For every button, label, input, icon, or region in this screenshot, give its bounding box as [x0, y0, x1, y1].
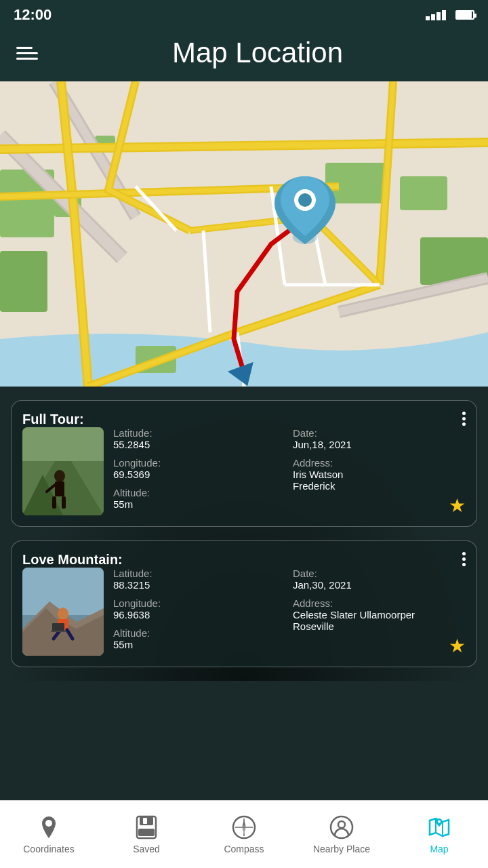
nav-item-saved[interactable]: Saved: [98, 810, 195, 860]
nav-item-nearby[interactable]: Nearby Place: [293, 810, 390, 860]
address-label-1: Address:: [293, 457, 466, 469]
card-left-col-2: Latitude: 88.3215 Longitude: 96.9638 Alt…: [113, 568, 286, 650]
svg-point-33: [45, 820, 52, 827]
svg-rect-31: [52, 623, 64, 631]
status-icons: [426, 10, 474, 20]
address-label-2: Address:: [293, 597, 466, 609]
address-line2-2: Roseville: [293, 620, 466, 632]
status-time: 12:00: [14, 6, 52, 24]
card-right-col-2: Date: Jan,30, 2021 Address: Celeste Slat…: [293, 568, 466, 650]
card-right-col-1: Date: Jun,18, 2021 Address: Iris Watson …: [293, 427, 466, 510]
svg-point-13: [298, 193, 312, 207]
date-value-1: Jun,18, 2021: [293, 439, 466, 450]
altitude-label-1: Altitude:: [113, 487, 286, 498]
address-line1-1: Iris Watson: [293, 469, 466, 480]
nav-item-coordinates[interactable]: Coordinates: [0, 810, 98, 860]
content-area: Full Tour:: [0, 387, 488, 681]
latitude-value-1: 55.2845: [113, 439, 286, 450]
address-line1-2: Celeste Slater Ullamoorper: [293, 609, 466, 620]
svg-rect-22: [62, 496, 66, 509]
card-title-1: Full Tour:: [22, 412, 84, 427]
date-value-2: Jan,30, 2021: [293, 579, 466, 591]
svg-point-44: [338, 821, 345, 828]
map-icon: [427, 815, 451, 840]
altitude-value-1: 55m: [113, 498, 286, 510]
nav-label-compass: Compass: [224, 844, 264, 854]
page-title: Map Location: [41, 37, 474, 69]
cards-container: Full Tour:: [11, 400, 477, 667]
card-more-icon-1[interactable]: [462, 412, 466, 426]
battery-icon: [455, 10, 474, 20]
svg-rect-32: [51, 631, 66, 632]
signal-icon: [426, 10, 446, 20]
hamburger-menu-icon[interactable]: [14, 44, 41, 62]
nav-label-saved: Saved: [133, 844, 160, 854]
card-body-1: Latitude: 55.2845 Longitude: 69.5369 Alt…: [22, 427, 466, 515]
card-info-2: Latitude: 88.3215 Longitude: 96.9638 Alt…: [113, 568, 466, 650]
address-line2-1: Frederick: [293, 480, 466, 492]
altitude-label-2: Altitude:: [113, 627, 286, 639]
svg-point-18: [54, 470, 65, 482]
svg-point-27: [58, 608, 68, 620]
nav-item-map[interactable]: Map: [390, 810, 488, 860]
card-more-icon-2[interactable]: [462, 552, 466, 566]
svg-rect-19: [55, 481, 64, 496]
bottom-nav: Coordinates Saved Compass Nearby Place: [0, 800, 488, 868]
location-pin-icon: [37, 815, 61, 840]
longitude-value-2: 96.9638: [113, 609, 286, 620]
nav-item-compass[interactable]: Compass: [195, 810, 293, 860]
nav-label-coordinates: Coordinates: [23, 844, 75, 854]
svg-rect-4: [400, 176, 447, 210]
location-card-1: Full Tour:: [11, 400, 477, 527]
date-label-2: Date:: [293, 568, 466, 579]
latitude-label-1: Latitude:: [113, 427, 286, 439]
longitude-label-2: Longitude:: [113, 597, 286, 609]
location-card-2: Love Mountain:: [11, 540, 477, 667]
nav-label-nearby: Nearby Place: [313, 844, 370, 854]
latitude-value-2: 88.3215: [113, 579, 286, 591]
svg-rect-37: [138, 829, 155, 836]
card-thumbnail-2: [22, 568, 104, 656]
longitude-label-1: Longitude:: [113, 457, 286, 469]
card-info-1: Latitude: 55.2845 Longitude: 69.5369 Alt…: [113, 427, 466, 510]
svg-rect-2: [0, 251, 47, 312]
date-label-1: Date:: [293, 427, 466, 439]
card-star-2[interactable]: ★: [449, 635, 466, 657]
map-view[interactable]: [0, 81, 488, 387]
svg-point-47: [438, 820, 441, 823]
save-icon: [134, 815, 159, 840]
svg-rect-17: [22, 427, 104, 461]
status-bar: 12:00: [0, 0, 488, 30]
nearby-icon: [329, 815, 354, 840]
card-body-2: Latitude: 88.3215 Longitude: 96.9638 Alt…: [22, 568, 466, 656]
svg-rect-36: [143, 818, 147, 824]
compass-icon: [232, 815, 256, 840]
card-thumbnail-1: [22, 427, 104, 515]
svg-rect-21: [52, 496, 56, 509]
card-left-col-1: Latitude: 55.2845 Longitude: 69.5369 Alt…: [113, 427, 286, 510]
longitude-value-1: 69.5369: [113, 469, 286, 480]
card-star-1[interactable]: ★: [449, 494, 466, 517]
card-title-2: Love Mountain:: [22, 552, 123, 567]
header: Map Location: [0, 30, 488, 81]
latitude-label-2: Latitude:: [113, 568, 286, 579]
nav-label-map: Map: [430, 844, 448, 854]
altitude-value-2: 55m: [113, 639, 286, 650]
